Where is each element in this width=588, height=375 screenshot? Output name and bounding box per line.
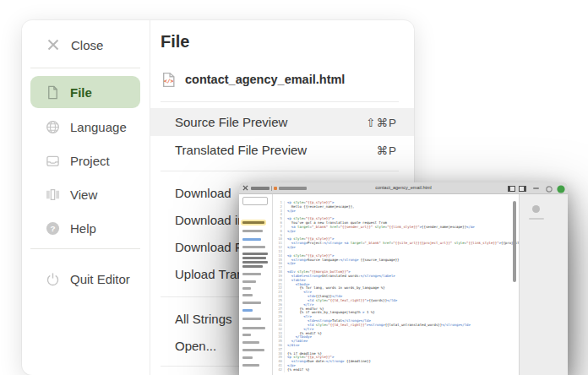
string-row-blurred[interactable] [242, 364, 259, 367]
sidebar-item-project[interactable]: Project [22, 144, 150, 177]
menu-item-label: Open... [175, 339, 216, 353]
svg-text:?: ? [50, 223, 55, 232]
string-row-blurred[interactable] [242, 257, 266, 259]
string-row-blurred[interactable] [242, 349, 264, 351]
string-row-blurred[interactable] [242, 238, 261, 241]
sidebar-divider [30, 68, 140, 68]
string-row-blurred[interactable] [242, 280, 256, 283]
quit-editor-label: Quit Editor [70, 272, 130, 286]
view-columns-icon [46, 188, 60, 202]
search-in-file-input[interactable] [242, 197, 268, 205]
strings-list-panel [239, 194, 273, 375]
help-icon: ? [46, 221, 60, 236]
menu-item-label: Download [175, 186, 231, 200]
sidebar-item-label: Language [70, 120, 127, 134]
sidebar-item-label: Help [70, 221, 96, 236]
string-row-blurred[interactable] [242, 261, 268, 264]
line-numbers: 1234567891011121314151617181920212223242… [273, 201, 285, 372]
panel-layout-right-icon[interactable] [519, 186, 526, 192]
panel-layout-left-icon[interactable] [508, 186, 515, 192]
page-title: File [161, 32, 189, 52]
menu-item-label: Translated File Preview [175, 143, 307, 157]
source-code-pane: 1234567891011121314151617181920212223242… [273, 194, 519, 375]
string-row-blurred[interactable] [242, 287, 251, 290]
blurred-text-bar [529, 218, 544, 220]
close-button[interactable]: Close [22, 34, 150, 56]
sidebar-item-label: View [70, 188, 97, 202]
string-row-blurred[interactable] [242, 318, 261, 320]
menu-item-label: All Strings [175, 312, 232, 326]
source-file-preview-window: contact_agency_email.html 12345678910111… [239, 182, 568, 375]
string-row-blurred[interactable] [242, 302, 261, 304]
menu-item-label: Source File Preview [175, 115, 287, 129]
globe-icon [46, 120, 60, 134]
string-row-blurred[interactable] [242, 334, 251, 336]
right-side-panel [519, 194, 568, 375]
string-row-blurred[interactable] [242, 265, 263, 268]
sidebar-item-help[interactable]: ? Help [22, 211, 150, 245]
code-scrollbar[interactable] [513, 201, 516, 282]
shortcut-label: ⇧⌘P [366, 116, 397, 129]
sidebar-item-language[interactable]: Language [22, 110, 150, 144]
green-status-icon[interactable] [557, 185, 565, 193]
string-row-blurred[interactable] [242, 253, 268, 255]
string-row-blurred[interactable] [242, 356, 253, 359]
menu-divider [161, 171, 399, 171]
sidebar-item-label: File [70, 85, 92, 100]
minimize-icon[interactable] [533, 188, 539, 189]
string-row-blurred[interactable] [242, 221, 264, 224]
preview-window-header: contact_agency_email.html [239, 182, 568, 194]
file-icon [46, 85, 60, 100]
menu-item-translated-file-preview[interactable]: Translated File Preview ⌘P [150, 136, 414, 164]
html-file-icon: </> [161, 72, 177, 88]
preview-window-body: 1234567891011121314151617181920212223242… [239, 194, 568, 375]
current-file-name: contact_agency_email.html [185, 73, 345, 86]
sidebar-item-label: Project [70, 154, 110, 168]
sidebar-item-view[interactable]: View [22, 177, 150, 211]
shortcut-label: ⌘P [376, 144, 397, 157]
current-file-row: </> contact_agency_email.html [161, 69, 345, 90]
menu-sidebar: Close File Language Project View ? Help … [22, 20, 150, 375]
string-row-blurred[interactable] [242, 246, 265, 248]
string-row-blurred[interactable] [242, 327, 265, 329]
close-label: Close [71, 38, 103, 52]
string-row-blurred[interactable] [242, 341, 259, 344]
circle-button-icon[interactable] [546, 186, 553, 193]
menu-divider [161, 101, 399, 102]
menu-item-source-file-preview[interactable]: Source File Preview ⇧⌘P [150, 108, 414, 136]
string-row-blurred[interactable] [242, 309, 253, 312]
string-row-blurred[interactable] [242, 273, 261, 275]
sidebar-item-file[interactable]: File [30, 76, 140, 108]
project-icon [46, 154, 60, 168]
sidebar-divider [30, 248, 140, 249]
string-row-blurred[interactable] [242, 294, 253, 296]
source-code: <p style="{{p_style}}"> Hello {{receiver… [287, 201, 519, 372]
power-icon [46, 272, 60, 286]
string-row-blurred[interactable] [242, 230, 263, 232]
svg-text:</>: </> [164, 78, 174, 84]
quit-editor-button[interactable]: Quit Editor [22, 262, 150, 296]
avatar-placeholder-icon [532, 205, 540, 213]
close-icon [46, 37, 61, 52]
